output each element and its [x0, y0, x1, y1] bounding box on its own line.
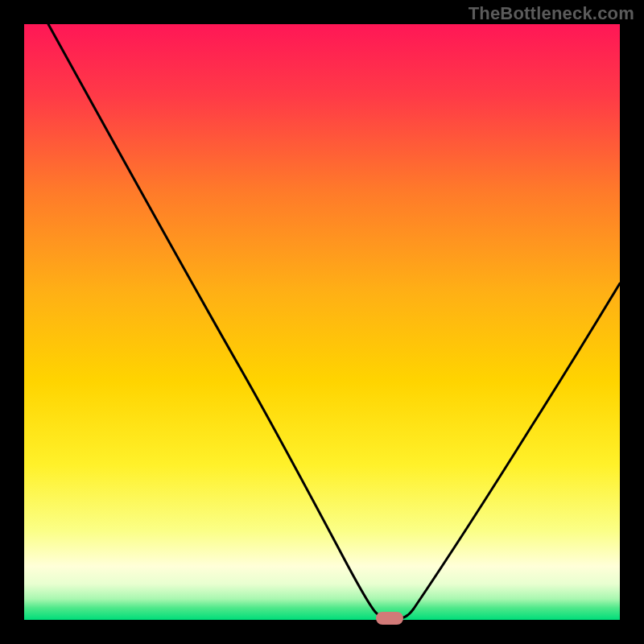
chart-container: TheBottleneck.com [0, 0, 644, 644]
chart-svg [0, 0, 644, 644]
marker-pill [376, 612, 403, 625]
plot-area [24, 24, 620, 620]
watermark-label: TheBottleneck.com [469, 3, 634, 24]
